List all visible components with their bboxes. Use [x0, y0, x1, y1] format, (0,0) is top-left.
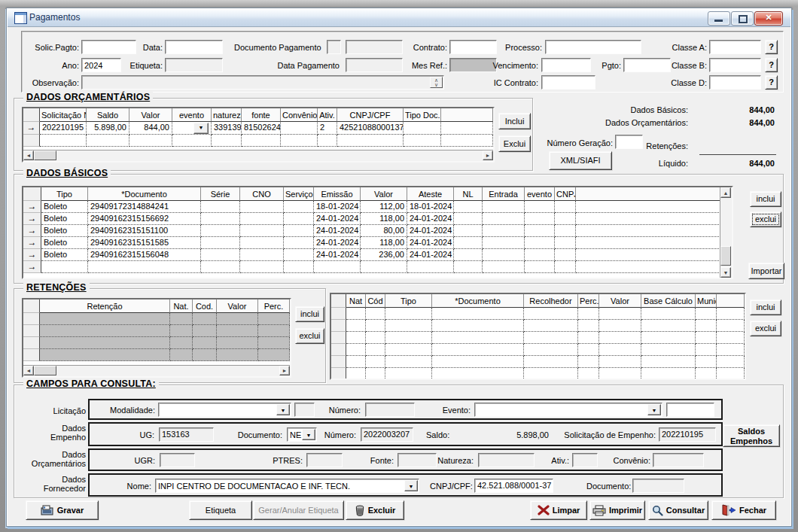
retencoes-left-exclui-button[interactable]: exclui	[295, 328, 324, 344]
classe-b-help-button[interactable]: ?	[765, 58, 778, 72]
observacao-field[interactable]: ∧ ∨	[81, 75, 444, 90]
horizontal-scrollbar[interactable]: ◄ ►	[23, 365, 290, 376]
licitacao-numero-field[interactable]	[365, 403, 415, 417]
data-input[interactable]	[165, 40, 223, 54]
table-row[interactable]	[331, 308, 745, 320]
restore-button[interactable]	[731, 11, 754, 26]
consultar-button[interactable]: Consultar	[648, 500, 708, 520]
titlebar[interactable]: Pagamentos ✕	[8, 9, 790, 27]
observacao-spinner[interactable]: ∧ ∨	[430, 77, 443, 88]
table-row[interactable]	[331, 356, 745, 368]
solic-pagto-input[interactable]	[81, 40, 136, 54]
table-row[interactable]: → Boleto29409162315156692 24-01-2024118,…	[23, 213, 720, 225]
gerar-anular-etiqueta-button[interactable]: Gerar/Anular Etiqueta	[253, 500, 344, 520]
scrollbar-thumb[interactable]	[720, 246, 731, 266]
processo-input[interactable]	[545, 40, 641, 54]
fechar-button[interactable]: Fechar	[711, 500, 776, 520]
classe-d-input[interactable]	[709, 75, 761, 90]
retencoes-right-inclui-button[interactable]: inclui	[750, 299, 781, 315]
table-row[interactable]: →	[23, 261, 720, 273]
empenho-documento-dropdown-button[interactable]: ▼	[302, 429, 315, 440]
solicitacao-empenho-field[interactable]: 202210195	[659, 427, 716, 442]
ug-field[interactable]: 153163	[159, 427, 214, 442]
fornecedor-documento-field[interactable]	[632, 479, 684, 493]
fonte-field[interactable]	[397, 453, 437, 467]
orcamentarios-exclui-button[interactable]: Exclui	[498, 135, 531, 152]
ano-input[interactable]	[81, 58, 121, 72]
modalidade-codigo-field[interactable]	[294, 403, 315, 417]
convenio-field[interactable]	[653, 453, 704, 467]
imprimir-button[interactable]: Imprimir	[589, 500, 645, 520]
ugr-field[interactable]	[160, 453, 195, 467]
documento-pagamento-numero-field[interactable]	[346, 40, 403, 54]
pgto-input[interactable]	[623, 58, 671, 72]
table-row[interactable]	[23, 313, 290, 325]
table-row[interactable]	[23, 325, 290, 337]
contrato-input[interactable]	[449, 40, 497, 54]
basicos-inclui-button[interactable]: inclui	[750, 191, 781, 207]
vertical-scrollbar[interactable]: ▲ ▼	[720, 187, 732, 278]
basicos-exclui-button[interactable]: exclui	[750, 211, 781, 227]
evento-codigo-input[interactable]	[666, 403, 714, 417]
table-row[interactable]	[331, 332, 745, 344]
scroll-up-icon[interactable]: ▲	[720, 187, 731, 198]
scroll-down-icon[interactable]: ▼	[720, 267, 731, 278]
etiqueta-button[interactable]: Etiqueta	[189, 500, 252, 520]
empenho-documento-combobox[interactable]: NE ▼	[287, 427, 317, 442]
classe-b-input[interactable]	[709, 58, 761, 72]
evento-dropdown-button[interactable]: ▼	[647, 404, 661, 415]
chevron-down-icon: ▼	[281, 408, 286, 413]
data-pagamento-field[interactable]	[346, 58, 403, 72]
classe-a-help-button[interactable]: ?	[765, 40, 778, 54]
table-row[interactable]	[23, 349, 290, 361]
empenho-numero-field[interactable]: 2022003207	[361, 427, 413, 442]
orcamentarios-inclui-button[interactable]: Inclui	[498, 113, 531, 129]
table-row[interactable]: → Boleto29409162315151585 24-01-2024118,…	[23, 237, 720, 249]
scrollbar-thumb[interactable]	[34, 150, 56, 160]
evento-combobox[interactable]: ▼	[474, 403, 662, 417]
ativ-field[interactable]	[572, 453, 598, 467]
horizontal-scrollbar[interactable]: ◄ ►	[23, 150, 493, 161]
table-row[interactable]: → 202210195 5.898,00 844,00 ▼ 33913904 8…	[23, 122, 493, 135]
documento-pagamento-tipo-field[interactable]	[327, 40, 341, 54]
dados-empenho-box: UG: 153163 Documento: NE ▼ Número: 20220…	[88, 422, 723, 446]
close-button[interactable]: ✕	[754, 11, 783, 26]
table-row[interactable]	[23, 135, 493, 147]
evento-dropdown-button[interactable]: ▼	[193, 123, 209, 134]
table-row[interactable]: → Boleto29409162315156048 24-01-2024236,…	[23, 249, 720, 261]
retencoes-left-inclui-button[interactable]: inclui	[295, 306, 324, 322]
scrollbar-thumb[interactable]	[34, 366, 56, 375]
row-arrow: →	[28, 213, 37, 223]
basicos-importar-button[interactable]: Importar	[748, 263, 784, 279]
cnpj-cpf-field[interactable]: 42.521.088/0001-37	[474, 479, 553, 493]
fornecedor-nome-combobox[interactable]: INPI CENTRO DE DOCUMENTACAO E INF. TECN.…	[155, 479, 419, 493]
retencoes-right-exclui-button[interactable]: exclui	[750, 321, 781, 336]
scroll-left-icon[interactable]: ◄	[23, 366, 34, 375]
fornecedor-nome-dropdown-button[interactable]: ▼	[404, 480, 418, 491]
table-row[interactable]	[331, 320, 745, 332]
modalidade-combobox[interactable]: ▼	[158, 403, 291, 417]
dados-orcamentarios-title: DADOS ORÇAMENTÁRIOS	[23, 92, 153, 102]
table-row[interactable]	[331, 368, 745, 380]
table-row[interactable]: → Boleto29409162315151100 24-01-202480,0…	[23, 225, 720, 237]
gravar-button[interactable]: Gravar	[26, 500, 99, 520]
saldos-empenhos-button[interactable]: Saldos Empenhos	[723, 424, 780, 447]
modalidade-dropdown-button[interactable]: ▼	[276, 404, 290, 415]
natureza-field[interactable]	[478, 453, 535, 467]
classe-d-help-button[interactable]: ?	[765, 75, 778, 90]
table-row[interactable]: → Boleto29409172314884241 18-01-2024112,…	[23, 201, 720, 213]
table-row[interactable]	[331, 344, 745, 356]
minimize-button[interactable]	[708, 11, 730, 26]
etiqueta-field[interactable]	[165, 58, 223, 72]
excluir-button[interactable]: Excluir	[346, 500, 404, 520]
scroll-right-icon[interactable]: ►	[483, 150, 493, 160]
table-row[interactable]	[23, 337, 290, 349]
limpar-button[interactable]: Limpar	[530, 500, 587, 520]
scroll-left-icon[interactable]: ◄	[23, 150, 34, 160]
ptres-field[interactable]	[306, 453, 343, 467]
ic-contrato-input[interactable]	[541, 75, 595, 90]
classe-a-input[interactable]	[709, 40, 761, 54]
vencimento-input[interactable]	[541, 58, 591, 72]
dados-basicos-group: DADOS BÁSICOS Tipo*Documento SérieCNO Se…	[14, 174, 784, 284]
scroll-right-icon[interactable]: ►	[279, 366, 290, 375]
